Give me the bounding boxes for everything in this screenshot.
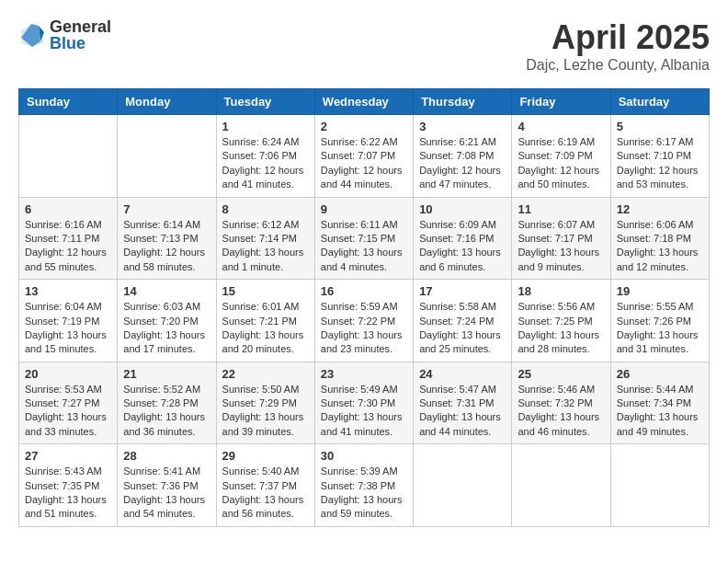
day-info: Sunrise: 6:03 AM Sunset: 7:20 PM Dayligh… bbox=[123, 300, 210, 357]
calendar-cell: 9Sunrise: 6:11 AM Sunset: 7:15 PM Daylig… bbox=[314, 197, 413, 280]
col-header-sunday: Sunday bbox=[19, 89, 118, 115]
calendar-cell: 12Sunrise: 6:06 AM Sunset: 7:18 PM Dayli… bbox=[610, 197, 709, 280]
day-number: 28 bbox=[123, 449, 210, 463]
logo: General Blue bbox=[18, 18, 111, 52]
calendar-cell: 17Sunrise: 5:58 AM Sunset: 7:24 PM Dayli… bbox=[414, 280, 512, 362]
day-number: 27 bbox=[25, 449, 111, 463]
calendar-cell bbox=[610, 444, 709, 527]
page-header: General Blue April 2025 Dajc, Lezhe Coun… bbox=[18, 18, 710, 74]
day-info: Sunrise: 6:11 AM Sunset: 7:15 PM Dayligh… bbox=[321, 218, 407, 275]
day-info: Sunrise: 5:50 AM Sunset: 7:29 PM Dayligh… bbox=[222, 383, 309, 440]
calendar-week-2: 6Sunrise: 6:16 AM Sunset: 7:11 PM Daylig… bbox=[19, 197, 710, 280]
calendar-cell: 13Sunrise: 6:04 AM Sunset: 7:19 PM Dayli… bbox=[19, 280, 118, 362]
calendar-cell: 6Sunrise: 6:16 AM Sunset: 7:11 PM Daylig… bbox=[19, 197, 118, 280]
calendar-cell: 18Sunrise: 5:56 AM Sunset: 7:25 PM Dayli… bbox=[512, 280, 610, 362]
calendar-cell: 15Sunrise: 6:01 AM Sunset: 7:21 PM Dayli… bbox=[216, 280, 314, 362]
calendar-cell: 25Sunrise: 5:46 AM Sunset: 7:32 PM Dayli… bbox=[512, 362, 610, 444]
day-info: Sunrise: 5:47 AM Sunset: 7:31 PM Dayligh… bbox=[419, 383, 506, 440]
calendar-cell: 10Sunrise: 6:09 AM Sunset: 7:16 PM Dayli… bbox=[414, 197, 512, 280]
day-number: 22 bbox=[222, 367, 309, 381]
day-number: 12 bbox=[617, 202, 703, 216]
day-info: Sunrise: 6:12 AM Sunset: 7:14 PM Dayligh… bbox=[222, 218, 309, 275]
calendar-cell bbox=[19, 115, 118, 198]
day-info: Sunrise: 5:49 AM Sunset: 7:30 PM Dayligh… bbox=[321, 383, 407, 440]
calendar-cell: 30Sunrise: 5:39 AM Sunset: 7:38 PM Dayli… bbox=[314, 444, 413, 527]
calendar-cell bbox=[118, 115, 216, 198]
logo-blue: Blue bbox=[50, 35, 111, 52]
calendar-cell: 16Sunrise: 5:59 AM Sunset: 7:22 PM Dayli… bbox=[314, 280, 413, 362]
day-number: 11 bbox=[518, 202, 604, 216]
calendar-cell: 27Sunrise: 5:43 AM Sunset: 7:35 PM Dayli… bbox=[19, 444, 118, 527]
day-number: 21 bbox=[123, 367, 210, 381]
day-number: 19 bbox=[617, 284, 703, 298]
calendar-cell: 3Sunrise: 6:21 AM Sunset: 7:08 PM Daylig… bbox=[414, 115, 512, 198]
day-number: 4 bbox=[518, 120, 604, 133]
day-number: 5 bbox=[617, 120, 703, 133]
day-info: Sunrise: 6:06 AM Sunset: 7:18 PM Dayligh… bbox=[617, 218, 703, 275]
day-number: 17 bbox=[419, 284, 506, 298]
calendar-table: SundayMondayTuesdayWednesdayThursdayFrid… bbox=[18, 88, 710, 527]
day-number: 23 bbox=[321, 367, 407, 381]
day-number: 30 bbox=[321, 449, 407, 463]
day-info: Sunrise: 5:59 AM Sunset: 7:22 PM Dayligh… bbox=[321, 300, 407, 357]
calendar-week-5: 27Sunrise: 5:43 AM Sunset: 7:35 PM Dayli… bbox=[19, 444, 710, 527]
calendar-cell: 11Sunrise: 6:07 AM Sunset: 7:17 PM Dayli… bbox=[512, 197, 610, 280]
calendar-cell: 5Sunrise: 6:17 AM Sunset: 7:10 PM Daylig… bbox=[610, 115, 709, 198]
calendar-cell: 8Sunrise: 6:12 AM Sunset: 7:14 PM Daylig… bbox=[216, 197, 314, 280]
calendar-week-1: 1Sunrise: 6:24 AM Sunset: 7:06 PM Daylig… bbox=[19, 115, 710, 198]
location-title: Dajc, Lezhe County, Albania bbox=[526, 57, 710, 74]
logo-text: General Blue bbox=[50, 18, 111, 52]
logo-icon bbox=[18, 21, 46, 49]
calendar-cell: 23Sunrise: 5:49 AM Sunset: 7:30 PM Dayli… bbox=[314, 362, 413, 444]
calendar-cell: 4Sunrise: 6:19 AM Sunset: 7:09 PM Daylig… bbox=[512, 115, 610, 198]
calendar-cell bbox=[512, 444, 610, 527]
title-block: April 2025 Dajc, Lezhe County, Albania bbox=[526, 18, 710, 74]
calendar-cell: 7Sunrise: 6:14 AM Sunset: 7:13 PM Daylig… bbox=[118, 197, 216, 280]
day-info: Sunrise: 6:09 AM Sunset: 7:16 PM Dayligh… bbox=[419, 218, 506, 275]
calendar-cell bbox=[414, 444, 512, 527]
col-header-tuesday: Tuesday bbox=[216, 89, 314, 115]
calendar-cell: 21Sunrise: 5:52 AM Sunset: 7:28 PM Dayli… bbox=[118, 362, 216, 444]
day-number: 3 bbox=[419, 120, 506, 133]
day-info: Sunrise: 5:43 AM Sunset: 7:35 PM Dayligh… bbox=[25, 465, 111, 522]
calendar-cell: 26Sunrise: 5:44 AM Sunset: 7:34 PM Dayli… bbox=[610, 362, 709, 444]
day-number: 15 bbox=[222, 284, 309, 298]
calendar-cell: 29Sunrise: 5:40 AM Sunset: 7:37 PM Dayli… bbox=[216, 444, 314, 527]
month-title: April 2025 bbox=[526, 18, 710, 57]
day-info: Sunrise: 5:39 AM Sunset: 7:38 PM Dayligh… bbox=[321, 465, 407, 522]
calendar-week-4: 20Sunrise: 5:53 AM Sunset: 7:27 PM Dayli… bbox=[19, 362, 710, 444]
col-header-wednesday: Wednesday bbox=[314, 89, 413, 115]
day-info: Sunrise: 6:24 AM Sunset: 7:06 PM Dayligh… bbox=[222, 135, 309, 192]
day-info: Sunrise: 6:16 AM Sunset: 7:11 PM Dayligh… bbox=[25, 218, 111, 275]
calendar-cell: 1Sunrise: 6:24 AM Sunset: 7:06 PM Daylig… bbox=[216, 115, 314, 198]
day-info: Sunrise: 5:53 AM Sunset: 7:27 PM Dayligh… bbox=[25, 383, 111, 440]
day-info: Sunrise: 5:58 AM Sunset: 7:24 PM Dayligh… bbox=[419, 300, 506, 357]
col-header-saturday: Saturday bbox=[610, 89, 709, 115]
day-number: 13 bbox=[25, 284, 111, 298]
day-number: 6 bbox=[25, 202, 111, 216]
day-number: 1 bbox=[222, 120, 309, 133]
day-info: Sunrise: 5:56 AM Sunset: 7:25 PM Dayligh… bbox=[518, 300, 604, 357]
day-info: Sunrise: 6:07 AM Sunset: 7:17 PM Dayligh… bbox=[518, 218, 604, 275]
calendar-cell: 24Sunrise: 5:47 AM Sunset: 7:31 PM Dayli… bbox=[414, 362, 512, 444]
day-number: 10 bbox=[419, 202, 506, 216]
calendar-cell: 20Sunrise: 5:53 AM Sunset: 7:27 PM Dayli… bbox=[19, 362, 118, 444]
col-header-monday: Monday bbox=[118, 89, 216, 115]
day-info: Sunrise: 5:55 AM Sunset: 7:26 PM Dayligh… bbox=[617, 300, 703, 357]
calendar-cell: 28Sunrise: 5:41 AM Sunset: 7:36 PM Dayli… bbox=[118, 444, 216, 527]
day-number: 29 bbox=[222, 449, 309, 463]
col-header-friday: Friday bbox=[512, 89, 610, 115]
day-number: 18 bbox=[518, 284, 604, 298]
day-info: Sunrise: 6:22 AM Sunset: 7:07 PM Dayligh… bbox=[321, 135, 407, 192]
day-info: Sunrise: 6:19 AM Sunset: 7:09 PM Dayligh… bbox=[518, 135, 604, 192]
day-info: Sunrise: 5:46 AM Sunset: 7:32 PM Dayligh… bbox=[518, 383, 604, 440]
logo-general: General bbox=[50, 18, 111, 35]
calendar-cell: 19Sunrise: 5:55 AM Sunset: 7:26 PM Dayli… bbox=[610, 280, 709, 362]
calendar-cell: 22Sunrise: 5:50 AM Sunset: 7:29 PM Dayli… bbox=[216, 362, 314, 444]
day-number: 20 bbox=[25, 367, 111, 381]
day-number: 9 bbox=[321, 202, 407, 216]
day-info: Sunrise: 6:14 AM Sunset: 7:13 PM Dayligh… bbox=[123, 218, 210, 275]
day-number: 8 bbox=[222, 202, 309, 216]
day-number: 26 bbox=[617, 367, 703, 381]
day-info: Sunrise: 6:04 AM Sunset: 7:19 PM Dayligh… bbox=[25, 300, 111, 357]
